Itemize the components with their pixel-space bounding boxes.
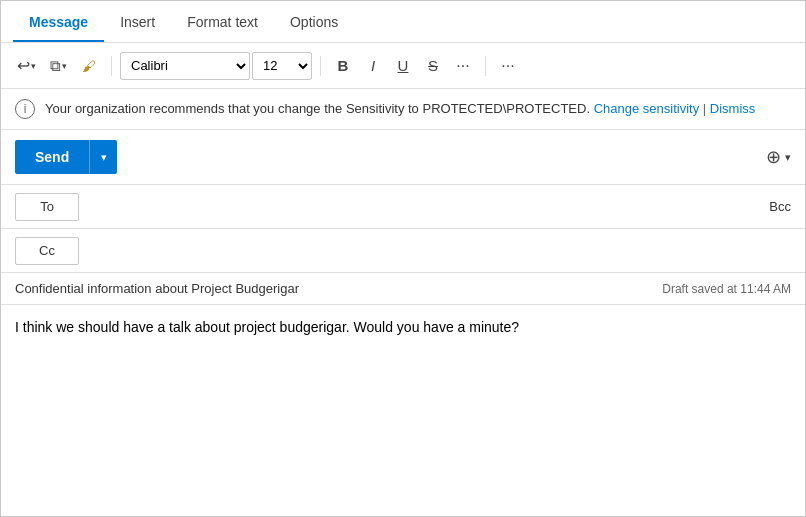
paste-button[interactable]: ⧉ ▾ <box>44 52 73 80</box>
strikethrough-icon: S <box>428 57 438 74</box>
italic-button[interactable]: I <box>359 52 387 80</box>
draft-saved-text: Draft saved at 11:44 AM <box>662 282 791 296</box>
more-format-button[interactable]: ··· <box>449 52 477 80</box>
strikethrough-button[interactable]: S <box>419 52 447 80</box>
dismiss-link[interactable]: Dismiss <box>710 101 756 116</box>
bold-button[interactable]: B <box>329 52 357 80</box>
toolbar-separator-2 <box>320 56 321 76</box>
change-sensitivity-link[interactable]: Change sensitivity <box>594 101 700 116</box>
font-family-select[interactable]: Calibri Arial Times New Roman <box>120 52 250 80</box>
undo-chevron-icon: ▾ <box>31 61 36 71</box>
toolbar: ↩ ▾ ⧉ ▾ 🖌 Calibri Arial Times New Roman … <box>1 43 805 89</box>
send-dropdown-button[interactable]: ▾ <box>89 140 117 174</box>
undo-button[interactable]: ↩ ▾ <box>11 52 42 80</box>
bold-icon: B <box>338 57 349 74</box>
to-button[interactable]: To <box>15 193 79 221</box>
format-painter-button[interactable]: 🖌 <box>75 52 103 80</box>
font-size-select[interactable]: 8 10 12 14 16 <box>252 52 312 80</box>
overflow-icon: ··· <box>501 57 514 75</box>
tab-message[interactable]: Message <box>13 1 104 42</box>
toolbar-overflow-button[interactable]: ··· <box>494 52 522 80</box>
zoom-chevron-icon: ▾ <box>785 151 791 164</box>
send-row: Send ▾ ⊕ ▾ <box>1 130 805 185</box>
format-group: B I U S ··· <box>329 52 477 80</box>
subject-text: Confidential information about Project B… <box>15 281 662 296</box>
bcc-button[interactable]: Bcc <box>769 199 791 214</box>
sensitivity-info-icon: i <box>15 99 35 119</box>
painter-icon: 🖌 <box>82 58 96 74</box>
tab-insert[interactable]: Insert <box>104 1 171 42</box>
compose-area: Send ▾ ⊕ ▾ To Bcc Cc Confidential inform… <box>1 130 805 365</box>
undo-icon: ↩ <box>17 56 30 75</box>
zoom-icon: ⊕ <box>766 146 781 168</box>
tab-bar: Message Insert Format text Options <box>1 1 805 43</box>
cc-button[interactable]: Cc <box>15 237 79 265</box>
more-format-icon: ··· <box>456 57 469 75</box>
tab-options[interactable]: Options <box>274 1 354 42</box>
cc-input[interactable] <box>79 243 791 258</box>
paste-chevron-icon: ▾ <box>62 61 67 71</box>
toolbar-separator-3 <box>485 56 486 76</box>
sensitivity-divider: | <box>703 101 710 116</box>
zoom-area[interactable]: ⊕ ▾ <box>766 146 791 168</box>
subject-row: Confidential information about Project B… <box>1 273 805 305</box>
send-dropdown-icon: ▾ <box>101 151 107 164</box>
cc-row: Cc <box>1 229 805 273</box>
font-group: Calibri Arial Times New Roman 8 10 12 14… <box>120 52 312 80</box>
sensitivity-bar: i Your organization recommends that you … <box>1 89 805 130</box>
underline-icon: U <box>398 57 409 74</box>
send-button[interactable]: Send <box>15 140 89 174</box>
tab-format-text[interactable]: Format text <box>171 1 274 42</box>
email-body[interactable]: I think we should have a talk about proj… <box>1 305 805 365</box>
italic-icon: I <box>371 57 375 74</box>
to-row: To Bcc <box>1 185 805 229</box>
underline-button[interactable]: U <box>389 52 417 80</box>
toolbar-separator-1 <box>111 56 112 76</box>
paste-icon: ⧉ <box>50 57 61 75</box>
send-button-group: Send ▾ <box>15 140 117 174</box>
undo-group: ↩ ▾ ⧉ ▾ 🖌 <box>11 52 103 80</box>
sensitivity-text: Your organization recommends that you ch… <box>45 100 791 118</box>
to-input[interactable] <box>79 199 769 214</box>
